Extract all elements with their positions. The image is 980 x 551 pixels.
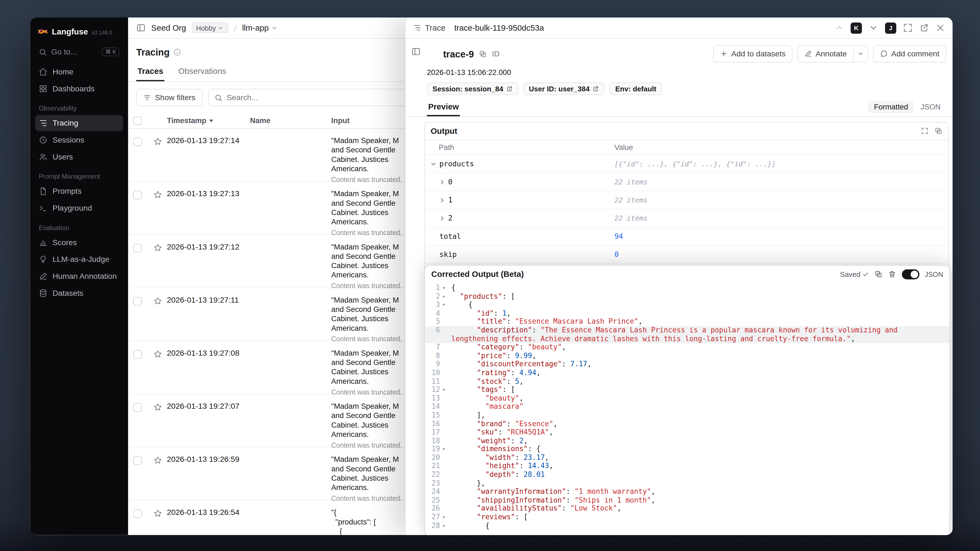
tab-traces[interactable]: Traces — [136, 62, 164, 81]
fold-chevron-icon[interactable]: ▾ — [440, 301, 447, 309]
row-checkbox[interactable] — [133, 297, 142, 306]
sidebar-item-prompts[interactable]: Prompts — [35, 183, 123, 199]
output-table-header: Path Value — [425, 140, 948, 155]
line-number: 23 — [425, 479, 440, 487]
star-icon[interactable] — [153, 296, 167, 306]
nav-prev-icon[interactable] — [834, 23, 844, 33]
row-checkbox[interactable] — [133, 244, 142, 253]
sidebar-item-home[interactable]: Home — [35, 64, 123, 80]
json-toggle[interactable] — [902, 269, 919, 279]
output-path: 2 — [448, 214, 452, 223]
trash-icon[interactable] — [888, 270, 896, 278]
collapse-tree-button[interactable] — [411, 47, 420, 56]
tab-observations[interactable]: Observations — [177, 62, 228, 81]
row-timestamp: 2026-01-13 19:27:13 — [167, 190, 250, 198]
breadcrumb-org[interactable]: Seed Org — [151, 23, 186, 33]
row-checkbox[interactable] — [133, 456, 142, 465]
user-badge[interactable]: User ID: user_384 — [523, 83, 605, 95]
copy-icon[interactable] — [934, 127, 942, 135]
star-icon[interactable] — [153, 509, 167, 518]
sidebar-item-label: Playground — [52, 204, 92, 213]
plan-badge[interactable]: Hobby — [192, 22, 228, 33]
sidebar-item-dashboards[interactable]: Dashboards — [35, 81, 123, 97]
output-row[interactable]: 0 22 items — [425, 173, 948, 191]
row-checkbox[interactable] — [133, 403, 142, 412]
chevron-right-icon[interactable] — [439, 215, 446, 221]
sidebar-item-users[interactable]: Users — [35, 149, 123, 165]
copy-id-icon[interactable] — [479, 50, 487, 58]
session-badge[interactable]: Session: session_84 — [427, 83, 518, 95]
sidebar-item-scores[interactable]: Scores — [35, 234, 123, 251]
nav-next-icon[interactable] — [869, 23, 878, 33]
sidebar-section: Evaluation Scores LLM-as-a-Judge Human A… — [35, 217, 123, 301]
annotate-dropdown-button[interactable] — [854, 45, 868, 62]
star-icon[interactable] — [153, 349, 167, 359]
fold-chevron-icon[interactable]: ▾ — [440, 386, 447, 394]
format-option-formatted[interactable]: Formatted — [869, 101, 914, 113]
sidebar-item-llm-as-a-judge[interactable]: LLM-as-a-Judge — [35, 251, 123, 267]
row-checkbox[interactable] — [133, 350, 142, 359]
row-checkbox[interactable] — [133, 510, 142, 518]
list-tree-icon — [39, 119, 48, 127]
expand-fullscreen-icon[interactable] — [903, 23, 912, 33]
output-row[interactable]: 1 22 items — [425, 191, 948, 209]
langfuse-app-window: Langfuse v3.146.0 Go to... ⌘ K Home Dash… — [30, 18, 953, 535]
chevron-down-icon[interactable] — [430, 160, 438, 167]
add-to-datasets-button[interactable]: Add to datasets — [713, 45, 792, 62]
output-row[interactable]: total 94 — [425, 228, 948, 246]
chevron-down-icon — [271, 25, 277, 31]
fold-chevron-icon[interactable]: ▾ — [440, 292, 447, 301]
fold-chevron-icon[interactable]: ▾ — [440, 522, 447, 530]
brand[interactable]: Langfuse v3.146.0 — [35, 24, 123, 44]
line-number: 17 — [425, 428, 440, 436]
code-line: 18 "weight": 2, — [425, 436, 949, 445]
row-checkbox[interactable] — [133, 191, 142, 199]
code-line: 16 "brand": "Essence", — [425, 420, 949, 428]
line-number: 3 — [425, 301, 440, 309]
sidebar-item-playground[interactable]: Playground — [35, 200, 123, 216]
code-line: 22 "depth": 28.01 — [425, 471, 949, 479]
format-option-json[interactable]: JSON — [915, 101, 946, 113]
info-icon[interactable] — [173, 48, 182, 56]
trace-detail-panel: Trace trace-bulk-119-950dc53a K J — [405, 18, 952, 535]
chevron-right-icon[interactable] — [439, 178, 446, 185]
tab-preview[interactable]: Preview — [427, 99, 460, 116]
show-filters-button[interactable]: Show filters — [136, 89, 202, 106]
close-icon[interactable] — [935, 23, 945, 33]
copy-icon[interactable] — [874, 270, 882, 278]
breadcrumb-project[interactable]: llm-app — [242, 23, 277, 33]
output-row[interactable]: skip 0 — [425, 246, 948, 264]
output-value: 22 items — [614, 178, 948, 186]
add-comment-button[interactable]: Add comment — [873, 45, 947, 62]
saved-status: Saved — [840, 270, 869, 278]
star-icon[interactable] — [153, 403, 167, 412]
code-editor[interactable]: 1 ▾ { 2 ▾ "products": [ 3 ▾ { 4 "id": 1,… — [425, 283, 949, 535]
star-icon[interactable] — [153, 455, 167, 465]
annotate-button[interactable]: Annotate — [797, 45, 854, 62]
fold-spacer — [440, 318, 447, 326]
fold-chevron-icon[interactable]: ▾ — [440, 284, 447, 292]
column-name[interactable]: Name — [250, 116, 331, 125]
row-checkbox[interactable] — [133, 138, 142, 147]
expand-view-icon[interactable] — [921, 127, 929, 135]
star-icon[interactable] — [153, 243, 167, 253]
sidebar-item-datasets[interactable]: Datasets — [35, 285, 123, 301]
output-row[interactable]: 2 22 items — [425, 209, 948, 227]
star-icon[interactable] — [153, 137, 167, 146]
sidebar-item-sessions[interactable]: Sessions — [35, 132, 123, 148]
column-timestamp[interactable]: Timestamp — [167, 116, 250, 125]
annotate-label: Annotate — [816, 49, 847, 58]
fold-chevron-icon[interactable]: ▾ — [440, 513, 447, 522]
select-all-checkbox[interactable] — [133, 116, 142, 125]
chevron-right-icon[interactable] — [439, 196, 446, 203]
fold-chevron-icon[interactable]: ▾ — [440, 445, 447, 454]
row-timestamp: 2026-01-13 19:27:08 — [167, 349, 250, 358]
open-external-icon[interactable] — [919, 23, 929, 33]
output-row[interactable]: products [{"id": ...}, {"id": ...}, {"id… — [425, 155, 948, 173]
shortcut-key-j: J — [885, 22, 896, 33]
sidebar-toggle-button[interactable] — [136, 23, 146, 33]
command-palette-button[interactable]: Go to... ⌘ K — [35, 44, 123, 59]
sidebar-item-human-annotation[interactable]: Human Annotation — [35, 268, 123, 284]
sidebar-item-tracing[interactable]: Tracing — [35, 115, 123, 131]
star-icon[interactable] — [153, 190, 167, 199]
